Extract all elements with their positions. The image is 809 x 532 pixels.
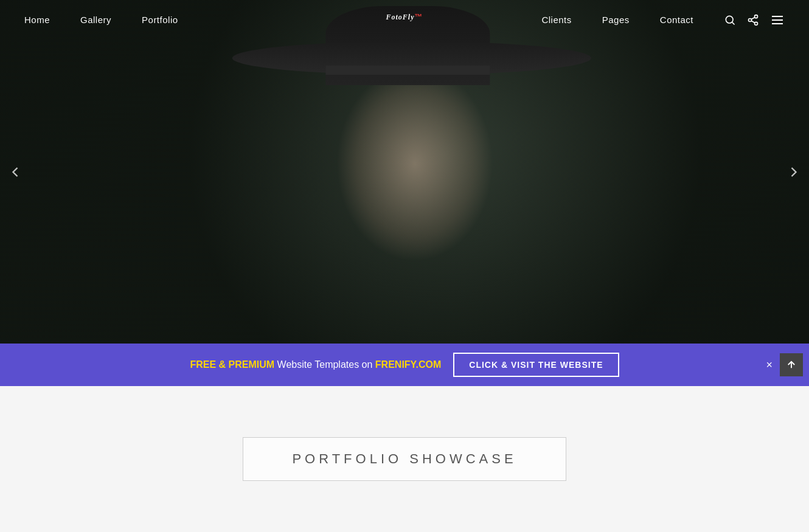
nav-clients[interactable]: Clients — [541, 15, 571, 25]
banner-cta-button[interactable]: CLICK & VISIT THE WEBSITE — [453, 353, 619, 377]
nav-links-right: Clients Pages Contact — [541, 13, 785, 27]
portfolio-showcase-box: PORTFOLIO SHOWCASE — [243, 437, 566, 481]
svg-line-1 — [732, 22, 735, 24]
nav-links-left: Home Gallery Portfolio — [24, 15, 178, 25]
nav-pages[interactable]: Pages — [602, 15, 630, 25]
svg-point-4 — [755, 22, 758, 25]
banner-free-premium: FREE & PREMIUM — [190, 359, 274, 370]
nav-icons — [724, 13, 785, 27]
hero-section — [0, 0, 809, 344]
prev-arrow-button[interactable] — [0, 154, 30, 190]
menu-icon[interactable] — [770, 13, 785, 27]
banner-close-button[interactable]: × — [766, 359, 773, 371]
nav-portfolio[interactable]: Portfolio — [142, 15, 178, 25]
site-logo[interactable]: FotoFly™ — [386, 9, 423, 31]
svg-point-2 — [755, 15, 758, 18]
promo-banner: FREE & PREMIUM Website Templates on FREN… — [0, 344, 809, 386]
search-icon[interactable] — [724, 14, 736, 26]
nav-contact[interactable]: Contact — [660, 15, 693, 25]
next-arrow-button[interactable] — [779, 154, 809, 190]
svg-line-5 — [751, 21, 755, 22]
svg-line-6 — [751, 17, 755, 19]
banner-text: FREE & PREMIUM Website Templates on FREN… — [190, 359, 441, 370]
banner-frenify: FRENIFY.COM — [375, 359, 441, 370]
navbar: Home Gallery Portfolio FotoFly™ Clients … — [0, 0, 809, 40]
nav-gallery[interactable]: Gallery — [80, 15, 111, 25]
svg-point-3 — [749, 18, 752, 21]
svg-point-0 — [726, 16, 733, 23]
scroll-to-top-button[interactable] — [780, 353, 803, 376]
nav-home[interactable]: Home — [24, 15, 50, 25]
portfolio-section: PORTFOLIO SHOWCASE — [0, 386, 809, 532]
share-icon[interactable] — [747, 14, 759, 26]
portfolio-showcase-title: PORTFOLIO SHOWCASE — [292, 451, 516, 467]
